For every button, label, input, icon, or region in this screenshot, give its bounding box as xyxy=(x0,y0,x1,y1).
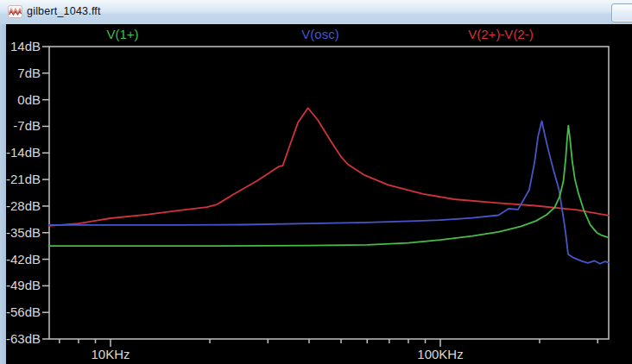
ltspice-plot-window: gilbert_1043.fft V(1+) V(osc) V(2+)-V(2-… xyxy=(0,0,632,364)
y-axis-tick-label[interactable]: -42dB xyxy=(6,252,41,267)
y-axis-tick-label[interactable]: 14dB xyxy=(10,39,41,53)
y-axis-tick-label[interactable]: 0dB xyxy=(17,92,41,107)
y-axis-tick-label[interactable]: 7dB xyxy=(17,66,41,80)
y-axis-tick-label[interactable]: -21dB xyxy=(6,172,41,186)
x-axis-tick-label[interactable]: 10KHz xyxy=(91,347,130,361)
trace-v2+v2 xyxy=(49,108,610,225)
trace-vosc xyxy=(49,121,610,263)
y-axis-tick-label[interactable]: -7dB xyxy=(13,118,41,133)
trace-v1+ xyxy=(49,126,610,247)
plot-canvas[interactable]: 14dB7dB0dB-7dB-14dB-21dB-28dB-35dB-42dB-… xyxy=(0,0,632,364)
plot-frame xyxy=(49,47,609,339)
y-axis-tick-label[interactable]: -56dB xyxy=(6,304,41,319)
y-axis-tick-label[interactable]: -49dB xyxy=(6,278,41,292)
y-axis-tick-label[interactable]: -14dB xyxy=(6,145,41,160)
x-axis-tick-label[interactable]: 100KHz xyxy=(417,347,463,361)
y-axis-tick-label[interactable]: -35dB xyxy=(6,225,41,240)
y-axis-tick-label[interactable]: -63dB xyxy=(6,331,41,346)
y-axis-tick-label[interactable]: -28dB xyxy=(6,198,41,213)
